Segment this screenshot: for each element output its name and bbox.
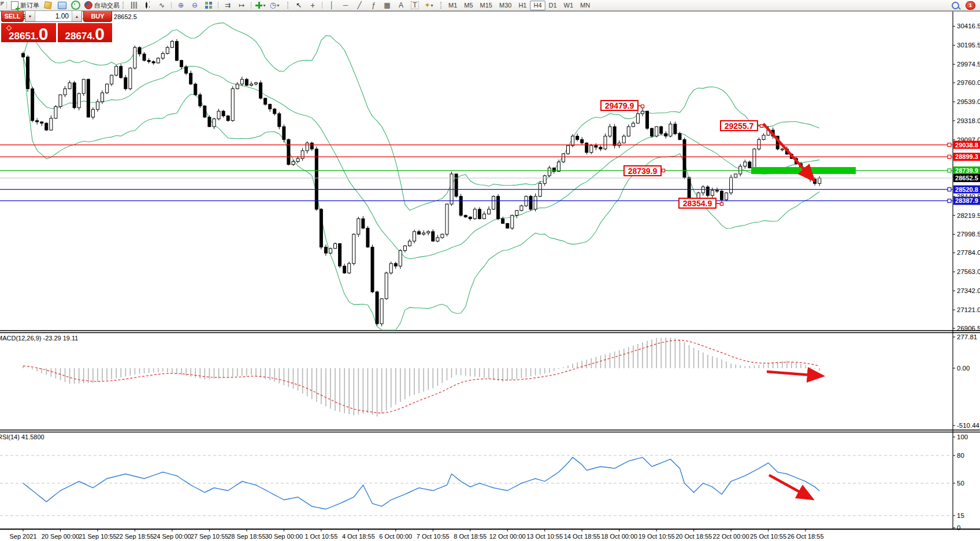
svg-text:28387.9: 28387.9 (955, 197, 978, 204)
crosshair-icon: + (310, 2, 315, 9)
timeframe-m30[interactable]: M30 (496, 1, 515, 10)
sell-button[interactable]: SELL (1, 10, 24, 22)
macd-tick-label: -510.44 (957, 422, 980, 429)
toolbar-separator (322, 2, 322, 9)
volume-increase-button[interactable]: ▲ (72, 11, 81, 21)
autotrade-label: 自动交易 (94, 1, 120, 10)
price-tick-label: 27342.0 (957, 287, 980, 294)
price-tick-label: 29539.0 (957, 98, 980, 105)
bar-chart-button[interactable] (127, 0, 141, 10)
dropdown-icon: ▾ (263, 3, 265, 8)
indicators-button[interactable]: ▾ (254, 0, 268, 10)
svg-text:29479.9: 29479.9 (605, 101, 634, 110)
macd-tick-label: 277.81 (957, 334, 977, 340)
rsi-tick-label: 50 (957, 480, 964, 487)
timeframe-h1[interactable]: H1 (515, 1, 530, 10)
tick-direction-icon (6, 25, 12, 31)
rsi-tick-label: 80 (957, 452, 964, 459)
price-tick-label: 30416.5 (957, 23, 980, 29)
market-watch-button[interactable] (41, 0, 55, 10)
svg-text:28739.9: 28739.9 (628, 166, 658, 176)
rsi-tick-label: 15 (957, 512, 964, 519)
vertical-line-tool-button[interactable]: │ (325, 0, 339, 10)
date-tick-label: 7 Oct 10:55 (417, 533, 450, 540)
timeframe-m15[interactable]: M15 (477, 1, 496, 10)
zoom-out-button[interactable]: ⊖ (188, 0, 202, 10)
date-tick-label: 18 Oct 00:00 (601, 533, 637, 540)
toolbar-separator (218, 2, 218, 9)
timeframe-m5[interactable]: M5 (461, 1, 476, 10)
date-tick-label: 22 Sep 18:55 (116, 533, 154, 540)
svg-text:28899.3: 28899.3 (955, 153, 978, 160)
svg-text:29038.8: 29038.8 (955, 142, 978, 149)
toolbar-separator (171, 2, 172, 9)
notifications-badge[interactable]: 1 (966, 1, 975, 10)
volume-field[interactable]: 1.00 (35, 11, 72, 21)
tile-windows-button[interactable] (202, 0, 216, 10)
auto-scroll-button[interactable]: ⇉ (221, 0, 235, 10)
dropdown-icon: ▾ (431, 3, 433, 8)
dropdown-icon: ▾ (277, 3, 279, 8)
date-tick-label: 25 Oct 10:55 (750, 533, 786, 540)
label-tool-button[interactable]: T (408, 0, 422, 10)
date-tick-label: 8 Oct 18:55 (454, 533, 487, 540)
price-tick-label: 27563.0 (957, 268, 980, 275)
date-tick-label: 27 Sep 10:55 (191, 533, 228, 540)
cursor-icon: ↖ (296, 2, 302, 9)
timeframe-m1[interactable]: M1 (445, 1, 461, 10)
chart-canvas[interactable]: 30416.530195.529974.529760.029539.029318… (0, 11, 980, 541)
toolbar-separator (6, 2, 7, 9)
crosshair-tool-button[interactable]: + (306, 0, 320, 10)
buy-button[interactable]: BUY (83, 10, 112, 22)
line-chart-button[interactable]: ∿ (155, 0, 169, 10)
timeframe-d1[interactable]: D1 (545, 1, 560, 10)
autotrade-button[interactable]: 自动交易 (83, 0, 121, 10)
date-tick-label: 21 Sep 10:55 (79, 533, 116, 540)
macd-indicator-label: MACD(12,26,9) -23.29 19.11 (0, 335, 78, 342)
date-tick-label: 19 Oct 10:55 (639, 533, 675, 540)
chart-frame (0, 12, 980, 529)
text-tool-button[interactable]: A (394, 0, 408, 10)
search-button[interactable] (948, 0, 962, 10)
timeframe-h4[interactable]: H4 (530, 1, 545, 10)
new-order-label: 新订单 (20, 1, 39, 10)
candlestick-chart-button[interactable] (141, 0, 155, 10)
shapes-tool-button[interactable]: ✦▾ (422, 0, 436, 10)
red-arrow[interactable] (769, 475, 809, 497)
grid-icon: ▦ (384, 2, 390, 9)
rsi-tick-label: 0 (957, 524, 960, 531)
zoom-in-button[interactable]: ⊕ (174, 0, 188, 10)
grid-tool-button[interactable]: ▦ (380, 0, 394, 10)
red-arrow[interactable] (767, 372, 819, 376)
price-tick-label: 28219.5 (957, 212, 980, 219)
monitor-icon (58, 2, 66, 9)
macd-tick-label: 0.00 (957, 365, 970, 372)
fibonacci-tool-button[interactable]: ƒ (366, 0, 380, 10)
vertical-line-icon: │ (329, 2, 334, 9)
new-order-icon (11, 1, 18, 10)
cursor-tool-button[interactable]: ↖ (292, 0, 306, 10)
svg-text:28739.9: 28739.9 (955, 167, 978, 174)
line-chart-icon: ∿ (159, 2, 165, 9)
text-tool-icon: A (399, 2, 403, 9)
clock-icon: ◷ (270, 2, 276, 9)
buy-price-box[interactable]: 28674.0 (58, 23, 113, 42)
signals-button[interactable] (69, 0, 83, 10)
date-tick-label: 6 Oct 00:00 (379, 533, 412, 540)
timeframe-mn[interactable]: MN (577, 1, 593, 10)
chart-shift-button[interactable]: ↦ (235, 0, 248, 10)
timeframe-w1[interactable]: W1 (560, 1, 577, 10)
periods-button[interactable]: ◷▾ (268, 0, 281, 10)
price-tick-label: 29974.5 (957, 61, 980, 68)
sell-price-box[interactable]: 28651.0 (1, 23, 56, 42)
volume-decrease-button[interactable]: ▼ (25, 11, 35, 21)
date-tick-label: 22 Oct 00:00 (713, 533, 749, 540)
price-callouts: 29479.929255.728739.928354.9 (601, 101, 763, 208)
zoom-out-icon: ⊖ (192, 2, 198, 9)
chart-window-button[interactable] (55, 0, 69, 10)
horizontal-line-tool-button[interactable]: ─ (339, 0, 352, 10)
price-tick-label: 27121.0 (957, 306, 980, 313)
new-order-button[interactable]: 新订单 (9, 0, 41, 10)
trendline-tool-button[interactable]: ╱ (352, 0, 366, 10)
candlestick-icon (145, 2, 151, 9)
